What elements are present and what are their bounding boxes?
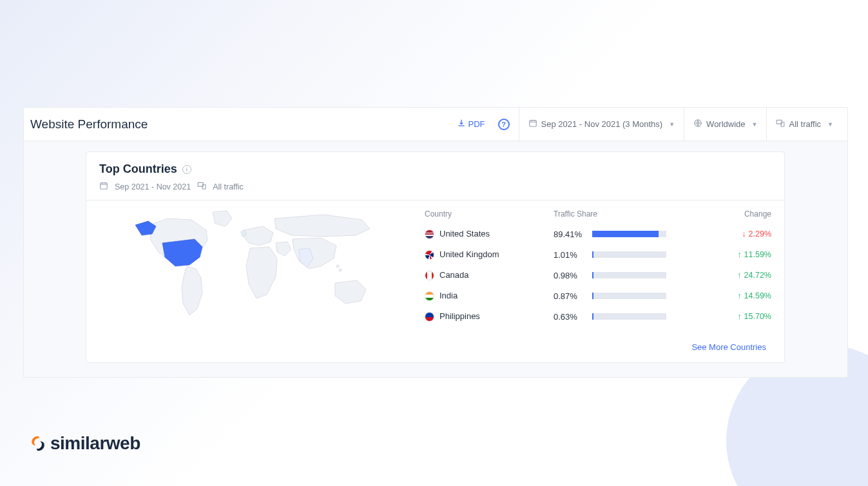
share-bar [592, 251, 666, 258]
country-name: Philippines [439, 311, 480, 321]
change-cell: ↑14.59% [682, 291, 771, 300]
devices-icon [197, 181, 206, 192]
card-traffic-filter: All traffic [213, 182, 244, 191]
chevron-down-icon: ▼ [752, 121, 758, 128]
region-selector[interactable]: Worldwide ▼ [684, 108, 766, 141]
table-header: Country Traffic Share Change [425, 207, 771, 224]
date-range-label: Sep 2021 - Nov 2021 (3 Months) [541, 119, 663, 129]
top-countries-card: Top Countries i Sep 2021 - Nov 2021 All … [86, 151, 785, 363]
table-row[interactable]: United States89.41%↓2.29% [425, 224, 771, 244]
similarweb-logo: similarweb [30, 433, 140, 454]
flag-icon [425, 312, 434, 322]
arrow-up-icon: ↑ [737, 271, 741, 280]
country-name: Canada [439, 270, 469, 280]
change-cell: ↓2.29% [682, 229, 771, 238]
share-cell: 0.87% [554, 291, 682, 301]
table-row[interactable]: India0.87%↑14.59% [425, 286, 771, 306]
arrow-up-icon: ↑ [737, 250, 741, 259]
change-cell: ↑15.70% [682, 312, 771, 321]
share-cell: 1.01% [554, 250, 682, 260]
globe-icon [693, 119, 702, 130]
card-title: Top Countries i [99, 162, 771, 176]
share-value: 0.98% [554, 271, 586, 280]
table-row[interactable]: United Kingdom1.01%↑11.59% [425, 244, 771, 265]
page-title: Website Performance [29, 117, 148, 131]
share-bar [592, 231, 666, 237]
share-bar [592, 293, 666, 299]
change-value: 2.29% [749, 229, 771, 238]
table-row[interactable]: Canada0.98%↑24.72% [425, 265, 771, 286]
help-icon[interactable]: ? [498, 119, 510, 130]
traffic-filter-selector[interactable]: All traffic ▼ [766, 108, 842, 141]
chevron-down-icon: ▼ [669, 121, 675, 128]
share-value: 0.87% [554, 291, 586, 301]
country-name: United Kingdom [439, 249, 499, 259]
calendar-icon [528, 119, 537, 130]
chevron-down-icon: ▼ [827, 121, 833, 128]
share-value: 89.41% [554, 229, 586, 239]
table-row[interactable]: Philippines0.63%↑15.70% [425, 306, 771, 327]
share-bar [592, 272, 666, 278]
pdf-label: PDF [468, 119, 485, 129]
share-cell: 0.63% [554, 312, 682, 322]
header-bar: Website Performance PDF ? Sep 2021 - Nov… [24, 108, 847, 141]
country-cell: United States [425, 229, 554, 239]
card-subtitle: Sep 2021 - Nov 2021 All traffic [99, 181, 771, 192]
change-cell: ↑24.72% [682, 271, 771, 280]
svg-rect-4 [101, 183, 108, 189]
arrow-down-icon: ↓ [742, 229, 746, 238]
share-value: 1.01% [554, 250, 586, 260]
devices-icon [776, 119, 785, 130]
card-title-text: Top Countries [99, 162, 177, 176]
card-date-range: Sep 2021 - Nov 2021 [115, 182, 191, 191]
country-cell: United Kingdom [425, 249, 554, 260]
traffic-filter-label: All traffic [789, 119, 821, 129]
calendar-icon [99, 181, 108, 192]
col-header-share: Traffic Share [554, 209, 682, 219]
country-cell: India [425, 291, 554, 301]
share-bar-fill [592, 313, 593, 320]
arrow-up-icon: ↑ [737, 312, 741, 321]
world-map [86, 200, 425, 333]
logo-text: similarweb [50, 433, 140, 454]
app-frame: Website Performance PDF ? Sep 2021 - Nov… [23, 107, 848, 378]
change-value: 11.59% [744, 250, 771, 259]
info-icon[interactable]: i [182, 165, 191, 174]
download-icon [457, 119, 466, 130]
svg-point-8 [339, 269, 342, 271]
share-bar [592, 313, 666, 320]
arrow-up-icon: ↑ [737, 291, 741, 300]
header-right: PDF ? Sep 2021 - Nov 2021 (3 Months) ▼ W… [457, 108, 842, 141]
country-name: India [439, 291, 458, 300]
col-header-change: Change [682, 209, 771, 219]
svg-rect-0 [529, 121, 536, 126]
country-cell: Philippines [425, 311, 554, 322]
share-value: 0.63% [554, 312, 586, 322]
share-bar-fill [592, 251, 593, 258]
card-header: Top Countries i Sep 2021 - Nov 2021 All … [86, 152, 784, 200]
svg-point-7 [336, 265, 339, 267]
change-value: 15.70% [744, 312, 771, 321]
change-value: 14.59% [744, 291, 771, 300]
flag-icon [425, 271, 434, 280]
logo-icon [30, 435, 46, 452]
share-bar-fill [592, 272, 593, 278]
flag-icon [425, 229, 434, 239]
change-value: 24.72% [744, 271, 771, 280]
flag-icon [425, 250, 434, 260]
share-bar-fill [592, 231, 659, 237]
share-cell: 89.41% [554, 229, 682, 239]
see-more-countries-link[interactable]: See More Countries [86, 333, 784, 362]
share-cell: 0.98% [554, 271, 682, 280]
region-label: Worldwide [706, 119, 745, 129]
country-table: Country Traffic Share Change United Stat… [425, 200, 784, 333]
card-body: Country Traffic Share Change United Stat… [86, 200, 784, 333]
country-cell: Canada [425, 270, 554, 280]
share-bar-fill [592, 293, 593, 299]
flag-icon [425, 291, 434, 301]
country-name: United States [439, 229, 490, 238]
export-pdf-button[interactable]: PDF [457, 119, 493, 130]
change-cell: ↑11.59% [682, 250, 771, 259]
date-range-selector[interactable]: Sep 2021 - Nov 2021 (3 Months) ▼ [519, 108, 684, 141]
col-header-country: Country [425, 209, 554, 219]
